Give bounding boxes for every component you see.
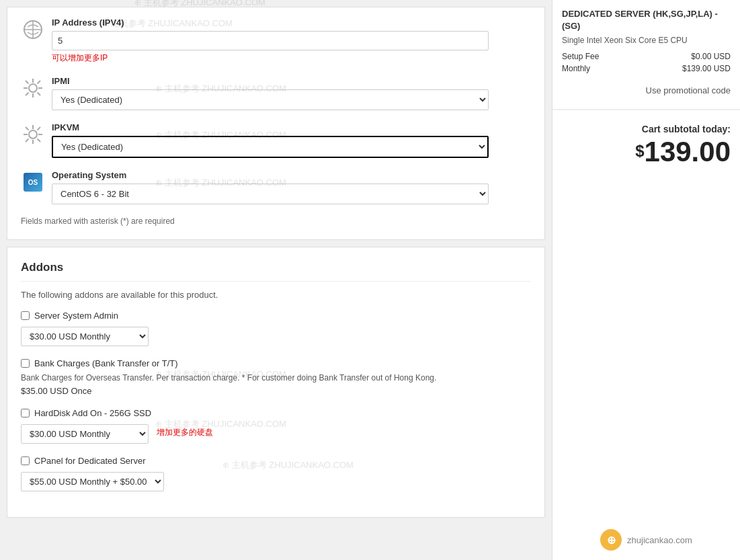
- required-note: Fields marked with asterisk (*) are requ…: [21, 216, 531, 226]
- sidebar-monthly-line: Monthly $139.00 USD: [562, 64, 731, 73]
- addon-harddisk-checkbox-row: HardDisk Add On - 256G SSD: [21, 408, 531, 418]
- addon-bank-charges-checkbox-row: Bank Charges (Bank Transfer or T/T): [21, 358, 531, 368]
- addon-cpanel-checkbox[interactable]: [21, 456, 30, 465]
- addon-harddisk-note: 增加更多的硬盘: [157, 427, 213, 438]
- addon-harddisk: HardDisk Add On - 256G SSD $30.00 USD Mo…: [21, 408, 531, 444]
- sidebar-product-sub: Single Intel Xeon Six Core E5 CPU: [562, 36, 731, 45]
- addon-bank-charges-checkbox[interactable]: [21, 359, 30, 368]
- sidebar: DEDICATED SERVER (HK,SG,JP,LA) - (SG) Si…: [552, 0, 740, 560]
- svg-line-19: [38, 127, 41, 130]
- addon-bank-charges-price: $35.00 USD Once: [21, 386, 531, 396]
- addon-harddisk-select[interactable]: $30.00 USD Monthly: [21, 424, 149, 444]
- watermark-logo-text: zhujicankao.com: [627, 535, 692, 545]
- svg-point-12: [29, 130, 37, 138]
- addon-server-system-admin-select[interactable]: $30.00 USD Monthly: [21, 327, 149, 346]
- addon-cpanel: CPanel for Dedicated Server $55.00 USD M…: [21, 456, 531, 491]
- ipmi-icon: [21, 76, 45, 100]
- svg-line-11: [26, 93, 29, 96]
- ipmi-field: IPMI Yes (Dedicated) No: [52, 76, 531, 110]
- ip-address-note: 可以增加更多IP: [52, 52, 531, 64]
- sidebar-monthly-value: $139.00 USD: [682, 64, 731, 73]
- svg-line-8: [26, 81, 29, 84]
- ipkvm-label: IPKVM: [52, 122, 531, 132]
- sidebar-setup-fee-line: Setup Fee $0.00 USD: [562, 52, 731, 61]
- sidebar-total: Cart subtotal today: $139.00: [552, 110, 740, 175]
- sidebar-promo-label: Use promotional code: [646, 85, 731, 95]
- ipkvm-row: IPKVM Yes (Dedicated) No ⊕ 主机参考 ZHUJICAN…: [21, 122, 531, 158]
- addon-harddisk-checkbox[interactable]: [21, 409, 30, 417]
- addon-server-system-admin-checkbox-row: Server System Admin: [21, 311, 531, 321]
- ipkvm-icon: [21, 122, 45, 147]
- ipmi-select[interactable]: Yes (Dedicated) No: [52, 89, 489, 110]
- watermark-logo-icon: ⊕: [600, 529, 622, 551]
- sidebar-product-info: DEDICATED SERVER (HK,SG,JP,LA) - (SG) Si…: [552, 0, 740, 110]
- addon-harddisk-label[interactable]: HardDisk Add On - 256G SSD: [34, 408, 151, 418]
- ip-address-input[interactable]: [52, 31, 489, 50]
- ip-address-field: IP Address (IPV4) 可以增加更多IP: [52, 17, 531, 64]
- ipmi-row: IPMI Yes (Dedicated) No ⊕ 主机参考 ZHUJICANK…: [21, 76, 531, 110]
- svg-point-3: [29, 84, 37, 92]
- sidebar-dollar-sign: $: [635, 143, 644, 159]
- sidebar-monthly-label: Monthly: [562, 64, 590, 73]
- sidebar-amount-value: 139.00: [645, 136, 731, 167]
- config-section: IP Address (IPV4) 可以增加更多IP ⊕ 主机参考 ZHUJIC…: [7, 7, 545, 240]
- svg-line-18: [38, 139, 41, 143]
- ip-address-row: IP Address (IPV4) 可以增加更多IP ⊕ 主机参考 ZHUJIC…: [21, 17, 531, 64]
- addon-cpanel-checkbox-row: CPanel for Dedicated Server: [21, 456, 531, 466]
- sidebar-total-amount: $139.00: [562, 138, 731, 166]
- ipmi-label: IPMI: [52, 76, 531, 86]
- svg-line-9: [38, 93, 41, 96]
- sidebar-promo: Use promotional code: [562, 80, 731, 101]
- addons-description: The following addons are available for t…: [21, 290, 531, 300]
- os-select[interactable]: CentOS 6 - 32 Bit CentOS 7 - 64 Bit Ubun…: [52, 184, 489, 204]
- svg-line-10: [38, 81, 41, 84]
- ipkvm-select[interactable]: Yes (Dedicated) No: [52, 136, 489, 158]
- addon-server-system-admin-checkbox[interactable]: [21, 311, 30, 320]
- sidebar-product-title: DEDICATED SERVER (HK,SG,JP,LA) - (SG): [562, 8, 731, 32]
- addon-bank-charges-label[interactable]: Bank Charges (Bank Transfer or T/T): [34, 358, 178, 368]
- os-icon: OS: [21, 170, 45, 194]
- addon-server-system-admin-select-row: $30.00 USD Monthly: [21, 327, 149, 346]
- svg-line-17: [26, 127, 29, 130]
- addon-bank-charges: Bank Charges (Bank Transfer or T/T) Bank…: [21, 358, 531, 396]
- addon-server-system-admin-label[interactable]: Server System Admin: [34, 311, 118, 321]
- os-row: OS Operating System CentOS 6 - 32 Bit Ce…: [21, 170, 531, 204]
- os-label: Operating System: [52, 170, 531, 180]
- addon-cpanel-select-row: $55.00 USD Monthly + $50.00: [21, 472, 164, 491]
- addon-server-system-admin: Server System Admin $30.00 USD Monthly ⊕…: [21, 311, 531, 346]
- sidebar-bottom-watermark: ⊕ zhujicankao.com: [552, 175, 740, 560]
- addon-harddisk-select-row: $30.00 USD Monthly: [21, 424, 149, 444]
- svg-line-20: [26, 139, 29, 143]
- addons-title: Addons: [21, 261, 531, 282]
- addon-cpanel-select[interactable]: $55.00 USD Monthly + $50.00: [21, 472, 164, 491]
- sidebar-setup-fee-label: Setup Fee: [562, 52, 599, 61]
- os-field: Operating System CentOS 6 - 32 Bit CentO…: [52, 170, 531, 204]
- addon-cpanel-label[interactable]: CPanel for Dedicated Server: [34, 456, 145, 466]
- addon-bank-charges-desc: Bank Charges for Overseas Transfer. Per …: [21, 372, 531, 384]
- watermark-logo: ⊕ zhujicankao.com: [600, 529, 692, 551]
- sidebar-total-label: Cart subtotal today:: [562, 124, 731, 134]
- addons-section: Addons The following addons are availabl…: [7, 247, 545, 518]
- ip-icon: [21, 17, 45, 42]
- ip-address-label: IP Address (IPV4): [52, 17, 531, 28]
- addon-harddisk-row: $30.00 USD Monthly 增加更多的硬盘: [21, 422, 531, 444]
- ipkvm-field: IPKVM Yes (Dedicated) No: [52, 122, 531, 158]
- sidebar-setup-fee-value: $0.00 USD: [691, 52, 731, 61]
